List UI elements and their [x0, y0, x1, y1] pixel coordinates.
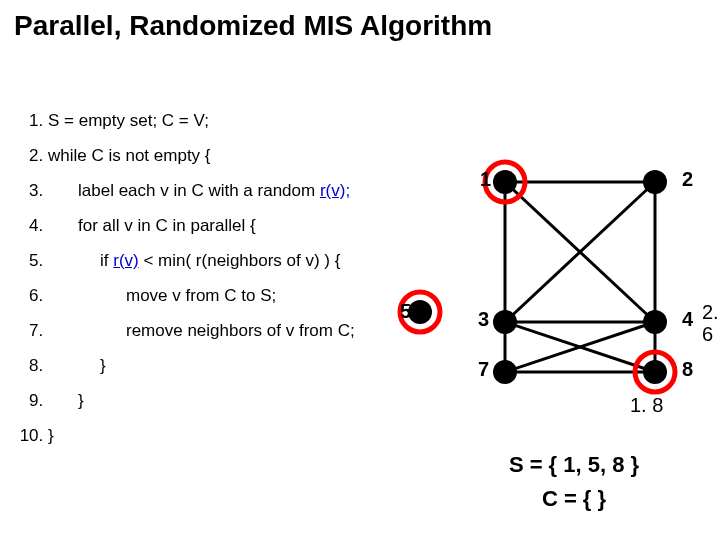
graph-node — [643, 170, 667, 194]
node-label-8: 8 — [682, 358, 693, 380]
node-label-1: 1 — [480, 168, 491, 190]
rv-link-2: r(v) — [113, 251, 138, 270]
selected-ring-icon — [635, 352, 675, 392]
algo-line-5: if r(v) < min( r(neighbors of v) ) { — [48, 252, 450, 269]
node-label-3: 3 — [478, 308, 489, 330]
graph-node — [643, 310, 667, 334]
set-s: S = { 1, 5, 8 } — [464, 452, 684, 478]
rv-link-1: r(v); — [320, 181, 350, 200]
algo-line-8: } — [48, 357, 450, 374]
node-label-6-line1: 6 — [702, 323, 713, 345]
node-label-6-line0: 2. 7 — [702, 301, 720, 323]
algo-line-9: } — [48, 392, 450, 409]
algo-line-10: } — [48, 427, 450, 444]
page-title: Parallel, Randomized MIS Algorithm — [0, 0, 720, 42]
node-label-4: 4 — [682, 308, 694, 330]
node-label-2: 2 — [682, 168, 693, 190]
annotation-1-8: 1. 8 — [630, 394, 663, 416]
graph-node — [493, 170, 517, 194]
graph-node — [493, 310, 517, 334]
node-label-7: 7 — [478, 358, 489, 380]
algo-line-6: move v from C to S; — [48, 287, 450, 304]
graph-edge — [505, 322, 655, 372]
algo-line-4: for all v in C in parallel { — [48, 217, 450, 234]
algorithm-listing: S = empty set; C = V; while C is not emp… — [20, 112, 450, 462]
algo-line-7: remove neighbors of v from C; — [48, 322, 450, 339]
algo-line-3: label each v in C with a random r(v); — [48, 182, 450, 199]
selected-ring-icon — [485, 162, 525, 202]
graph-edge — [505, 182, 655, 322]
content-area: S = empty set; C = V; while C is not emp… — [0, 42, 720, 532]
graph-edge — [505, 182, 655, 322]
set-c: C = { } — [464, 486, 684, 512]
status-block: S = { 1, 5, 8 } C = { } — [464, 452, 684, 520]
graph-node — [493, 360, 517, 384]
graph-edge — [505, 322, 655, 372]
algo-line-1: S = empty set; C = V; — [48, 112, 450, 129]
algo-line-2: while C is not empty { — [48, 147, 450, 164]
graph-node — [643, 360, 667, 384]
